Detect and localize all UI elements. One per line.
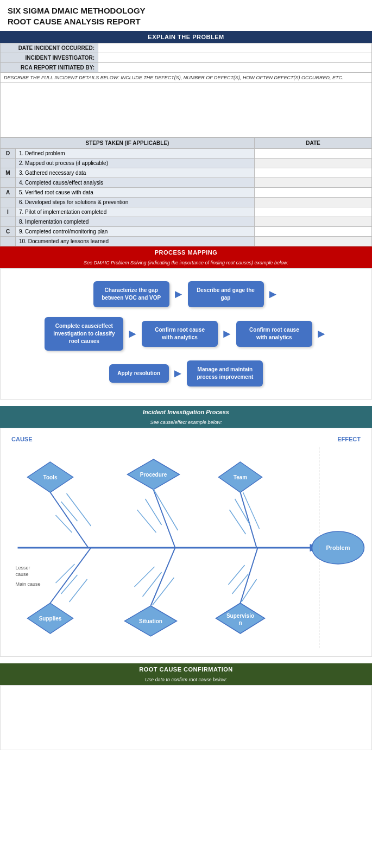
step-10-date[interactable] [255, 237, 372, 246]
step-8-date[interactable] [255, 217, 372, 227]
step-row-3: M 3. Gathered necessary data [1, 168, 372, 178]
process-map-area: Characterize the gap between VOC and VOP… [0, 268, 372, 400]
cause-effect-labels: CAUSE EFFECT [6, 434, 366, 445]
main-title-block: SIX SIGMA DMAIC METHODOLOGY ROOT CAUSE A… [0, 0, 372, 31]
steps-header-row: STEPS TAKEN (IF APPLICABLE) DATE [1, 138, 372, 149]
incident-subtext: See cause/effect example below: [0, 418, 372, 428]
step-2-date[interactable] [255, 159, 372, 168]
phase-m: M [1, 168, 16, 178]
spacer-2 [0, 657, 372, 663]
step-5-date[interactable] [255, 188, 372, 198]
investigator-label: INCIDENT INVESTIGATOR: [1, 53, 98, 63]
steps-taken-section: STEPS TAKEN (IF APPLICABLE) DATE D 1. De… [0, 137, 372, 246]
date-label: DATE INCIDENT OCCURRED: [1, 43, 98, 53]
svg-text:Supplies: Supplies [39, 616, 62, 622]
svg-line-18 [241, 492, 257, 548]
svg-line-15 [137, 510, 156, 533]
step-row-7: I 7. Pilot of implementation completed [1, 207, 372, 217]
phase-d: D [1, 149, 16, 159]
cause-label: CAUSE [11, 436, 295, 442]
rcc-header: ROOT CAUSE CONFIRMATION [0, 663, 372, 675]
svg-text:Team: Team [234, 474, 247, 480]
svg-line-30 [151, 548, 175, 606]
svg-text:Procedure: Procedure [140, 472, 167, 478]
phase-c: C [1, 227, 16, 237]
steps-table: STEPS TAKEN (IF APPLICABLE) DATE D 1. De… [0, 137, 372, 246]
svg-line-14 [154, 489, 178, 530]
flow-arrow-1: ► [173, 287, 185, 301]
initiated-by-value[interactable] [98, 63, 372, 73]
step-9-text: 9. Completed control/monitoring plan [16, 227, 255, 237]
flow-arrow-6: ► [172, 366, 184, 381]
step-8-text: 8. Implementation completed [16, 217, 255, 227]
flow-arrow-3: ► [127, 327, 138, 341]
process-mapping-section: PROCESS MAPPING See DMAIC Problem Solvin… [0, 246, 372, 400]
rcc-subtext: Use data to confirm root cause below: [0, 675, 372, 685]
svg-text:Lesser: Lesser [16, 565, 30, 571]
step-4-text: 4. Completed cause/effect analysis [16, 178, 255, 188]
svg-text:cause: cause [16, 572, 29, 577]
svg-text:Main cause: Main cause [16, 581, 41, 587]
spacer-1 [0, 400, 372, 406]
explain-problem-section: EXPLAIN THE PROBLEM DATE INCIDENT OCCURR… [0, 31, 372, 137]
flow-box-describe: Describe and gage the gap [188, 281, 264, 307]
date-col-header: DATE [255, 138, 372, 149]
steps-col-header: STEPS TAKEN (IF APPLICABLE) [1, 138, 255, 149]
incident-header: Incident Investigation Process [0, 406, 372, 418]
step-row-10: 10. Documented any lessons learned [1, 237, 372, 246]
cause-effect-area: CAUSE EFFECT Problem Tools [0, 428, 372, 657]
flow-box-confirm2: Confirm root cause with analytics [236, 321, 312, 347]
incident-investigation-section: Incident Investigation Process See cause… [0, 406, 372, 657]
step-row-8: 8. Implementation completed [1, 217, 372, 227]
step-4-date[interactable] [255, 178, 372, 188]
step-10-text: 10. Documented any lessons learned [16, 237, 255, 246]
phase-i: I [1, 207, 16, 217]
step-row-2: 2. Mapped out process (if applicable) [1, 159, 372, 168]
explain-problem-header: EXPLAIN THE PROBLEM [0, 31, 372, 43]
svg-line-6 [51, 492, 89, 548]
title-line2: ROOT CAUSE ANALYSIS REPORT [8, 16, 364, 27]
flow-row-2: Complete cause/effect investigation to c… [6, 317, 366, 351]
process-mapping-header: PROCESS MAPPING [0, 246, 372, 258]
flow-arrow-4: ► [221, 327, 233, 341]
svg-line-9 [56, 515, 72, 533]
step-row-1: D 1. Defined problem [1, 149, 372, 159]
step-9-date[interactable] [255, 227, 372, 237]
phase-empty-5 [1, 237, 16, 246]
initiated-by-row: RCA REPORT INITIATED BY: [1, 63, 372, 73]
step-5-text: 5. Verified root cause with data [16, 188, 255, 198]
phase-a: A [1, 188, 16, 198]
svg-text:n: n [238, 620, 242, 626]
phase-empty-3 [1, 198, 16, 207]
svg-line-12 [154, 490, 175, 548]
svg-text:Supervisio: Supervisio [226, 613, 254, 619]
flow-row-3: Apply resolution ► Manage and maintain p… [6, 360, 366, 387]
svg-line-13 [146, 499, 162, 525]
incident-details-area[interactable] [1, 83, 372, 137]
flow-box-manage: Manage and maintain process improvement [187, 360, 263, 387]
flow-box-apply: Apply resolution [109, 364, 169, 383]
svg-line-32 [153, 578, 174, 605]
step-7-date[interactable] [255, 207, 372, 217]
step-6-date[interactable] [255, 198, 372, 207]
svg-text:Situation: Situation [139, 618, 162, 624]
flow-box-confirm1: Confirm root cause with analytics [142, 321, 218, 347]
step-6-text: 6. Developed steps for solutions & preve… [16, 198, 255, 207]
flow-arrow-5: ► [316, 327, 327, 341]
text-area-row [1, 83, 372, 137]
svg-line-33 [135, 567, 155, 587]
date-value[interactable] [98, 43, 372, 53]
step-row-5: A 5. Verified root cause with data [1, 188, 372, 198]
investigator-value[interactable] [98, 53, 372, 63]
step-1-date[interactable] [255, 149, 372, 159]
investigator-row: INCIDENT INVESTIGATOR: [1, 53, 372, 63]
step-2-text: 2. Mapped out process (if applicable) [16, 159, 255, 168]
fishbone-diagram: Problem Tools Procedure [6, 445, 366, 651]
step-3-date[interactable] [255, 168, 372, 178]
svg-text:Tools: Tools [43, 474, 58, 480]
step-row-6: 6. Developed steps for solutions & preve… [1, 198, 372, 207]
flow-box-complete: Complete cause/effect investigation to c… [45, 317, 123, 351]
svg-line-26 [70, 579, 87, 602]
step-row-9: C 9. Completed control/monitoring plan [1, 227, 372, 237]
description-prompt-row: DESCRIBE THE FULL INCIDENT DETAILS BELOW… [1, 73, 372, 83]
